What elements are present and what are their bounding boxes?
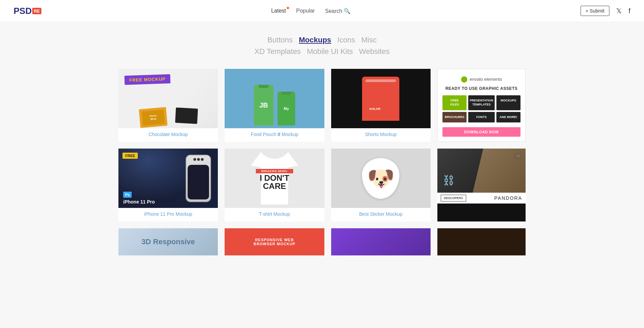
header-right: + Submit 𝕏 f bbox=[581, 6, 630, 16]
twitter-icon[interactable]: 𝕏 bbox=[616, 7, 622, 15]
free-mockup-badge: FREE MOCKUP bbox=[125, 74, 171, 85]
cat-mobile[interactable]: Mobile UI Kits bbox=[307, 47, 353, 56]
card-iphone-image: FREE Ps iPhone 11 Pro bbox=[118, 149, 218, 208]
envato-download-button[interactable]: DOWNLOAD NOW bbox=[442, 127, 520, 137]
category-row-1: Buttons Mockups Icons Misc bbox=[7, 36, 637, 44]
pouch-container: JB My bbox=[254, 69, 295, 128]
card-chocolate-image: FREE MOCKUP ChocoWrap bbox=[118, 69, 218, 128]
envato-logo: ⬤ envato elements bbox=[461, 75, 502, 83]
submit-button[interactable]: + Submit bbox=[581, 6, 610, 16]
cam-dot-2 bbox=[197, 158, 200, 161]
logo-re: RE bbox=[32, 8, 41, 14]
cam-dot-3 bbox=[201, 158, 204, 161]
card-food-pouch[interactable]: JB My Food Pouch II Mockup bbox=[225, 69, 324, 142]
card-tshirt-label: T-shirt Mockup bbox=[225, 208, 324, 221]
nav-latest[interactable]: Latest bbox=[271, 8, 286, 14]
pandora-ad[interactable]: ⛓️ Ad DESCOPERĂ PANDORA bbox=[437, 149, 526, 221]
ad-cell-more: AND MORE! bbox=[496, 112, 520, 123]
breaking-news-tag: BREAKING NEWS: bbox=[256, 169, 293, 173]
card-iphone-label: iPhone 11 Pro Mockup bbox=[118, 208, 218, 221]
card-shorts-label: Shorts Mockup bbox=[331, 128, 431, 142]
header: PSD RE Latest Popular Search 🔍 + Submit … bbox=[0, 0, 644, 22]
card-3d-responsive[interactable]: 3D Responsive bbox=[118, 228, 218, 255]
pandora-chain-icon: ⛓️ bbox=[443, 175, 455, 186]
card-ad-partial[interactable] bbox=[437, 228, 526, 255]
tshirt-wrapper: BREAKING NEWS: I DON'T CARE bbox=[249, 152, 300, 205]
sticker-shape: 🐶 bbox=[362, 158, 399, 199]
ad-cell-fonts: FONTS bbox=[468, 112, 494, 123]
cat-misc[interactable]: Misc bbox=[361, 36, 377, 44]
envato-ad[interactable]: ⬤ envato elements READY TO USE GRAPHIC A… bbox=[437, 69, 526, 142]
ad-cell-free: FREEFILES bbox=[442, 95, 467, 110]
iphone-screen bbox=[188, 165, 209, 199]
browser-mockup-text: RESPONSIVE WEB BROWSER MOCKUP bbox=[253, 238, 295, 246]
free-tag: FREE bbox=[122, 153, 138, 159]
card-iphone[interactable]: FREE Ps iPhone 11 Pro bbox=[118, 149, 218, 221]
cat-mockups[interactable]: Mockups bbox=[299, 36, 331, 44]
chocolate-bar-yellow: ChocoWrap bbox=[139, 107, 167, 128]
card-shorts-image: KOLOR BABEH bbox=[331, 69, 431, 128]
shorts-brand: KOLOR BABEH bbox=[370, 107, 392, 111]
envato-dot: ⬤ bbox=[461, 75, 468, 83]
ad-cell-mockups: MOCKUPS bbox=[496, 95, 520, 110]
card-sticker[interactable]: 🐶 Best Sticker Mockup bbox=[331, 149, 431, 221]
envato-grid: FREEFILES PRESENTATIONTEMPLATES MOCKUPS … bbox=[442, 95, 520, 122]
cat-icons[interactable]: Icons bbox=[337, 36, 355, 44]
sticker-emoji: 🐶 bbox=[367, 167, 395, 189]
cat-websites[interactable]: Websites bbox=[359, 47, 390, 56]
descoper-button[interactable]: DESCOPERĂ bbox=[441, 195, 466, 201]
cam-dot-1 bbox=[193, 158, 196, 161]
pandora-logo: PANDORA bbox=[494, 195, 522, 201]
iphone-title: iPhone 11 Pro bbox=[123, 199, 155, 205]
iphone-shape bbox=[186, 155, 211, 202]
card-purple[interactable] bbox=[331, 228, 431, 255]
logo[interactable]: PSD RE bbox=[14, 6, 41, 16]
card-food-pouch-label: Food Pouch II Mockup bbox=[225, 128, 324, 142]
card-sticker-label: Best Sticker Mockup bbox=[331, 208, 431, 221]
search-icon: 🔍 bbox=[344, 8, 351, 14]
shirt-text: I DON'T CARE bbox=[256, 174, 293, 190]
nav-popular[interactable]: Popular bbox=[296, 8, 315, 14]
ps-tag: Ps bbox=[123, 192, 132, 198]
sticker-container: 🐶 bbox=[362, 149, 399, 208]
ad-cell-brochures: BROCHURES bbox=[442, 112, 467, 123]
ad-corner-label: Ad bbox=[515, 154, 521, 158]
grid-row-1: FREE MOCKUP ChocoWrap Chocolate Mockup bbox=[118, 69, 526, 142]
card-chocolate[interactable]: FREE MOCKUP ChocoWrap Chocolate Mockup bbox=[118, 69, 218, 142]
tshirt-container: BREAKING NEWS: I DON'T CARE bbox=[249, 149, 300, 208]
category-nav: Buttons Mockups Icons Misc XD Templates … bbox=[0, 22, 644, 69]
3d-responsive-text: 3D Responsive bbox=[141, 237, 195, 246]
grid-row-3: 3D Responsive RESPONSIVE WEB BROWSER MOC… bbox=[118, 228, 526, 255]
cat-buttons[interactable]: Buttons bbox=[267, 36, 293, 44]
pandora-image: ⛓️ Ad bbox=[437, 149, 526, 193]
cat-xd[interactable]: XD Templates bbox=[254, 47, 301, 56]
shorts-shape: KOLOR BABEH bbox=[362, 77, 399, 121]
ad-cell-presentation: PRESENTATIONTEMPLATES bbox=[468, 95, 494, 110]
envato-tagline: READY TO USE GRAPHIC ASSETS bbox=[446, 86, 518, 91]
card-browser-mockup[interactable]: RESPONSIVE WEB BROWSER MOCKUP bbox=[225, 228, 324, 255]
shorts-container: KOLOR BABEH bbox=[362, 69, 399, 128]
shorts-waist bbox=[365, 79, 396, 82]
iphone-camera bbox=[193, 158, 204, 161]
card-tshirt-image: BREAKING NEWS: I DON'T CARE bbox=[225, 149, 324, 208]
nav: Latest Popular Search 🔍 bbox=[271, 8, 351, 14]
chocolate-bar-dark bbox=[175, 108, 198, 124]
main-content: FREE MOCKUP ChocoWrap Chocolate Mockup bbox=[105, 69, 539, 269]
latest-dot bbox=[287, 7, 289, 9]
pouch-small: My bbox=[278, 92, 295, 126]
facebook-icon[interactable]: f bbox=[628, 7, 630, 15]
card-chocolate-label: Chocolate Mockup bbox=[118, 128, 218, 142]
nav-search[interactable]: Search 🔍 bbox=[325, 8, 351, 14]
card-sticker-image: 🐶 bbox=[331, 149, 431, 208]
pouch-large: JB bbox=[254, 85, 273, 126]
pandora-bottom: DESCOPERĂ PANDORA bbox=[437, 193, 526, 204]
card-tshirt[interactable]: BREAKING NEWS: I DON'T CARE T-shirt Mock… bbox=[225, 149, 324, 221]
logo-psd: PSD bbox=[14, 6, 32, 16]
card-shorts[interactable]: KOLOR BABEH Shorts Mockup bbox=[331, 69, 431, 142]
grid-row-2: FREE Ps iPhone 11 Pro bbox=[118, 149, 526, 221]
category-row-2: XD Templates Mobile UI Kits Websites bbox=[7, 47, 637, 56]
card-food-pouch-image: JB My bbox=[225, 69, 324, 128]
